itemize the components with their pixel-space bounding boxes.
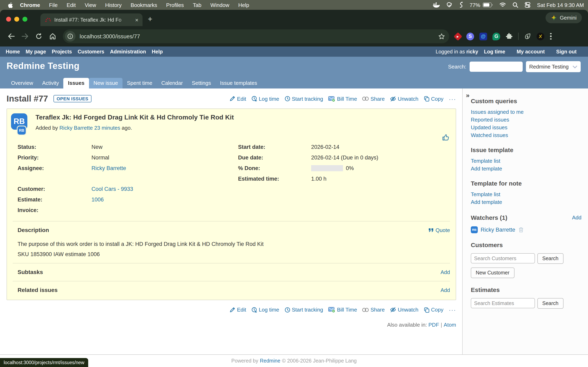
menubar-menu-window[interactable]: Window [210, 2, 229, 8]
added-time-link[interactable]: 23 minutes [94, 125, 120, 131]
tab-calendar[interactable]: Calendar [157, 78, 187, 89]
search-customers-button[interactable]: Search [537, 253, 563, 264]
query-reported-issues[interactable]: Reported issues [471, 117, 581, 123]
delete-watcher-icon[interactable] [518, 227, 524, 233]
tab-issue-templates[interactable]: Issue templates [215, 78, 261, 89]
extension-icon-1[interactable]: ▸ [454, 32, 462, 41]
search-customers-input[interactable] [471, 253, 535, 263]
extension-icon-3[interactable]: @ [479, 33, 487, 40]
start-tracking-action[interactable]: Start tracking [285, 96, 323, 102]
tab-overview[interactable]: Overview [7, 78, 38, 89]
gemini-button[interactable]: Gemini [545, 12, 582, 23]
start-tracking-action-bottom[interactable]: Start tracking [285, 307, 323, 313]
thumbs-up-icon[interactable] [442, 134, 449, 141]
more-actions-bottom[interactable]: ··· [449, 306, 456, 313]
menubar-status-icon-1[interactable] [446, 2, 452, 8]
copy-action-bottom[interactable]: Copy [424, 307, 443, 313]
top-menu-my-page[interactable]: My page [26, 49, 46, 54]
wifi-icon[interactable] [499, 2, 506, 7]
menubar-menu-edit[interactable]: Edit [67, 2, 76, 8]
top-menu-home[interactable]: Home [6, 49, 20, 54]
minimize-window-button[interactable] [14, 17, 19, 22]
quote-link[interactable]: Quote [428, 227, 450, 233]
menubar-menu-bookmarks[interactable]: Bookmarks [131, 2, 157, 8]
menubar-menu-help[interactable]: Help [238, 2, 249, 8]
tab-issues[interactable]: Issues [63, 78, 89, 89]
zoom-window-button[interactable] [22, 17, 27, 22]
add-watcher-link[interactable]: Add [572, 215, 581, 221]
note-template-list-link[interactable]: Template list [471, 191, 581, 197]
menubar-menu-tab[interactable]: Tab [193, 2, 201, 8]
bookmark-star-icon[interactable] [438, 33, 445, 40]
reload-button[interactable] [33, 30, 45, 42]
watcher-name-link[interactable]: Ricky Barrette [481, 227, 515, 233]
log-time-action[interactable]: Log time [251, 96, 279, 102]
profile-avatar[interactable] [536, 33, 544, 40]
control-center-icon[interactable] [525, 2, 530, 8]
tab-spent-time[interactable]: Spent time [122, 78, 157, 89]
unwatch-action[interactable]: Unwatch [390, 96, 418, 102]
top-menu-log-time[interactable]: Log time [484, 49, 505, 54]
top-menu-sign-out[interactable]: Sign out [556, 49, 577, 54]
url-text[interactable]: localhost:3000/issues/77 [80, 33, 438, 39]
new-tab-button[interactable]: + [148, 15, 152, 23]
tab-settings[interactable]: Settings [187, 78, 215, 89]
menubar-status-icon-2[interactable] [459, 2, 464, 8]
home-button[interactable] [47, 30, 59, 42]
menubar-app-name[interactable]: Chrome [20, 2, 40, 8]
close-window-button[interactable] [6, 17, 11, 22]
browser-tab[interactable]: Install #77: Teraflex Jk: Hd Fo × [40, 13, 143, 26]
apple-icon[interactable] [7, 2, 13, 8]
note-add-template-link[interactable]: Add template [471, 199, 581, 205]
menubar-clock[interactable]: Sat Feb 14 9:30 AM [537, 2, 584, 8]
top-menu-projects[interactable]: Projects [52, 49, 72, 54]
open-issues-badge[interactable]: OPEN ISSUES [53, 95, 92, 102]
unwatch-action-bottom[interactable]: Unwatch [390, 307, 418, 313]
issue-template-list-link[interactable]: Template list [471, 158, 581, 164]
tab-close-icon[interactable]: × [134, 17, 139, 23]
collapse-sidebar-icon[interactable]: » [466, 92, 470, 99]
top-menu-administration[interactable]: Administration [110, 49, 146, 54]
bill-time-action[interactable]: Bill Time [328, 96, 357, 102]
browser-menu-icon[interactable] [548, 33, 553, 40]
redmine-link[interactable]: Redmine [260, 358, 280, 364]
search-input[interactable] [470, 62, 523, 72]
tab-new-issue[interactable]: New issue [89, 78, 122, 89]
extension-icon-2[interactable]: S [466, 33, 474, 40]
menubar-menu-history[interactable]: History [105, 2, 122, 8]
top-menu-my-account[interactable]: My account [517, 49, 545, 54]
top-menu-help[interactable]: Help [152, 49, 163, 54]
log-time-action-bottom[interactable]: Log time [251, 307, 279, 313]
customer-link[interactable]: Cool Cars - 9933 [91, 186, 133, 192]
estimate-link[interactable]: 1006 [91, 196, 104, 202]
edit-action-bottom[interactable]: Edit [230, 307, 246, 313]
assignee-link[interactable]: Ricky Barrette [91, 165, 126, 171]
extensions-puzzle-icon[interactable] [506, 33, 513, 40]
bill-time-action-bottom[interactable]: Bill Time [328, 307, 357, 313]
new-customer-button[interactable]: New Customer [471, 267, 514, 278]
add-subtask-link[interactable]: Add [441, 269, 450, 275]
top-menu-customers[interactable]: Customers [78, 49, 104, 54]
pdf-link[interactable]: PDF [429, 322, 439, 328]
menubar-menu-profiles[interactable]: Profiles [166, 2, 184, 8]
query-updated-issues[interactable]: Updated issues [471, 124, 581, 131]
search-estimates-button[interactable]: Search [537, 298, 563, 309]
query-watched-issues[interactable]: Watched issues [471, 132, 581, 138]
more-actions[interactable]: ··· [449, 95, 456, 102]
tab-activity[interactable]: Activity [38, 78, 63, 89]
share-action-bottom[interactable]: Share [362, 307, 385, 313]
search-estimates-input[interactable] [471, 298, 535, 308]
address-bar[interactable]: localhost:3000/issues/77 [63, 29, 449, 43]
copy-action[interactable]: Copy [424, 96, 443, 102]
atom-link[interactable]: Atom [444, 322, 456, 328]
project-selector[interactable]: Redmine Testing [526, 61, 581, 72]
author-link[interactable]: Ricky Barrette [60, 125, 93, 131]
edit-action[interactable]: Edit [230, 96, 246, 102]
query-issues-assigned[interactable]: Issues assigned to me [471, 109, 581, 115]
issue-add-template-link[interactable]: Add template [471, 166, 581, 172]
energy-saver-icon[interactable] [524, 33, 531, 40]
menubar-menu-file[interactable]: File [49, 2, 58, 8]
back-button[interactable] [5, 30, 17, 42]
docker-icon[interactable] [432, 2, 440, 8]
site-info-icon[interactable] [65, 31, 76, 42]
